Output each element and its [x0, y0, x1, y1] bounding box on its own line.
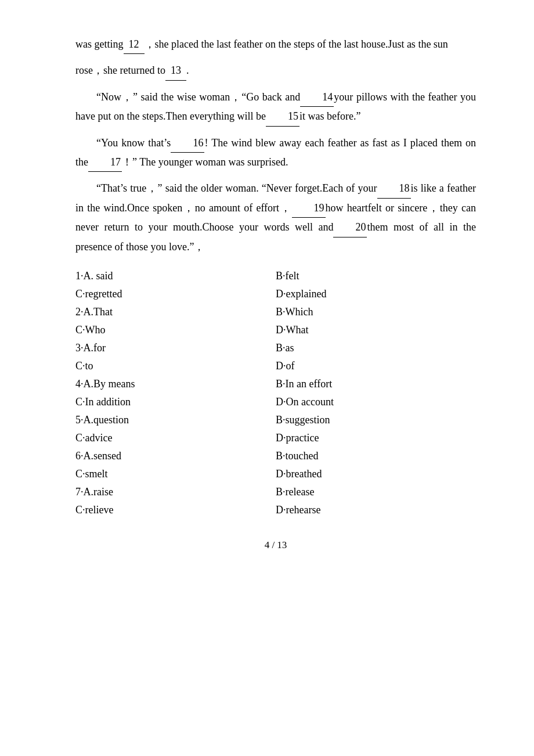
- option-row: C·relieveD·rehearse: [75, 504, 476, 516]
- option-c: C·smelt: [75, 468, 276, 480]
- option-c: C·relieve: [75, 504, 276, 516]
- option-d: D·of: [276, 360, 476, 372]
- option-row: 6·A.sensedB·touched: [75, 450, 476, 462]
- blank-17: 17: [88, 153, 122, 172]
- option-c: C·advice: [75, 432, 276, 444]
- option-row: 3·A.forB·as: [75, 342, 476, 354]
- blank-13: 13: [165, 61, 186, 80]
- option-row: 7·A.raiseB·release: [75, 486, 476, 498]
- blank-20: 20: [333, 218, 367, 237]
- option-row: 1·A. saidB·felt: [75, 270, 476, 282]
- option-d: D·breathed: [276, 468, 476, 480]
- option-c: C·In addition: [75, 396, 276, 408]
- passage-para4: “That’s true，” said the older woman. “Ne…: [75, 179, 476, 256]
- option-b: B·touched: [276, 450, 476, 462]
- option-d: D·rehearse: [276, 504, 476, 516]
- blank-18: 18: [377, 179, 411, 198]
- page-number: 4 / 13: [75, 539, 476, 551]
- passage-line1: was getting12，she placed the last feathe…: [75, 35, 476, 54]
- option-row: C·toD·of: [75, 360, 476, 372]
- option-b: B·felt: [276, 270, 476, 282]
- passage-line2: rose，she returned to13.: [75, 61, 476, 80]
- option-b: B·as: [276, 342, 476, 354]
- option-a: 2·A.That: [75, 306, 276, 318]
- option-d: D·practice: [276, 432, 476, 444]
- blank-12: 12: [124, 35, 145, 54]
- option-d: D·What: [276, 324, 476, 336]
- passage-para3: “You know that’s16! The wind blew away e…: [75, 134, 476, 172]
- option-c: C·regretted: [75, 288, 276, 300]
- option-a: 6·A.sensed: [75, 450, 276, 462]
- option-b: B·Which: [276, 306, 476, 318]
- option-a: 3·A.for: [75, 342, 276, 354]
- blank-15: 15: [266, 107, 300, 126]
- option-a: 1·A. said: [75, 270, 276, 282]
- blank-16: 16: [171, 134, 204, 153]
- passage-para2: “Now，” said the wise woman，“Go back and1…: [75, 88, 476, 127]
- option-b: B·In an effort: [276, 378, 476, 390]
- option-row: C·WhoD·What: [75, 324, 476, 336]
- option-row: 4·A.By meansB·In an effort: [75, 378, 476, 390]
- option-b: B·suggestion: [276, 414, 476, 426]
- option-row: C·adviceD·practice: [75, 432, 476, 444]
- option-c: C·Who: [75, 324, 276, 336]
- option-row: 5·A.questionB·suggestion: [75, 414, 476, 426]
- passage-text: was getting12，she placed the last feathe…: [75, 35, 476, 256]
- option-d: D·On account: [276, 396, 476, 408]
- option-a: 7·A.raise: [75, 486, 276, 498]
- option-a: 4·A.By means: [75, 378, 276, 390]
- option-row: C·In additionD·On account: [75, 396, 476, 408]
- blank-14: 14: [300, 88, 334, 107]
- option-row: 2·A.ThatB·Which: [75, 306, 476, 318]
- option-a: 5·A.question: [75, 414, 276, 426]
- option-row: C·regrettedD·explained: [75, 288, 476, 300]
- options-section: 1·A. saidB·feltC·regrettedD·explained2·A…: [75, 270, 476, 516]
- option-c: C·to: [75, 360, 276, 372]
- option-d: D·explained: [276, 288, 476, 300]
- option-row: C·smeltD·breathed: [75, 468, 476, 480]
- option-b: B·release: [276, 486, 476, 498]
- blank-19: 19: [292, 199, 326, 218]
